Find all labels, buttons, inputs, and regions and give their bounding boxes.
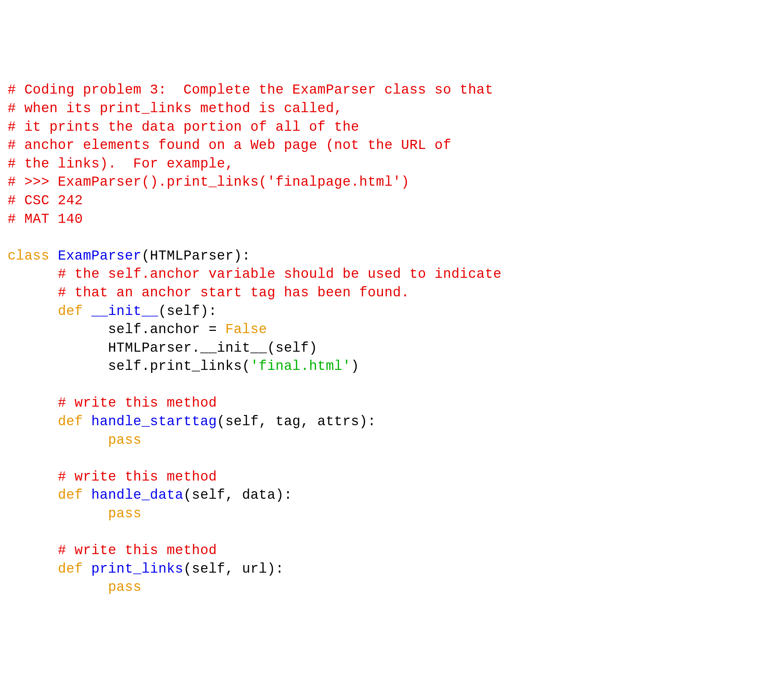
code-token: __init__: [91, 303, 158, 319]
code-line: def __init__(self):: [8, 302, 767, 321]
code-token: pass: [108, 580, 141, 595]
code-line: # it prints the data portion of all of t…: [8, 118, 767, 137]
code-token: [8, 506, 108, 522]
code-token: [8, 487, 58, 503]
code-token: # the self.anchor variable should be use…: [58, 267, 502, 282]
code-token: ExamParser: [58, 248, 142, 264]
code-line: # write this method: [8, 394, 767, 413]
code-token: print_links: [91, 561, 183, 577]
code-line: pass: [8, 505, 767, 523]
code-token: # the links). For example,: [8, 156, 234, 172]
code-token: # write this method: [58, 395, 217, 411]
code-token: pass: [108, 506, 141, 522]
code-token: [8, 303, 58, 319]
code-block: # Coding problem 3: Complete the ExamPar…: [8, 81, 767, 597]
code-token: [8, 285, 58, 300]
code-line: self.anchor = False: [8, 321, 767, 339]
code-token: [8, 395, 58, 411]
code-token: pass: [108, 432, 141, 448]
code-line: # the links). For example,: [8, 155, 767, 173]
code-token: self.anchor =: [8, 322, 225, 337]
code-token: False: [225, 322, 268, 337]
code-line: def print_links(self, url):: [8, 560, 767, 579]
code-token: handle_starttag: [91, 414, 217, 429]
code-token: # anchor elements found on a Web page (n…: [8, 138, 452, 153]
code-line: def handle_starttag(self, tag, attrs):: [8, 413, 767, 431]
code-line: # write this method: [8, 468, 767, 487]
code-line: self.print_links('final.html'): [8, 357, 767, 376]
code-token: # when its print_links method is called,: [8, 101, 343, 117]
code-token: (self, url):: [183, 561, 284, 577]
code-token: def: [58, 487, 91, 503]
code-token: [8, 543, 58, 558]
code-token: [8, 414, 58, 429]
code-token: (self, data):: [183, 487, 292, 503]
code-line: [8, 376, 767, 395]
code-token: [8, 432, 108, 448]
code-line: [8, 523, 767, 542]
code-token: [8, 469, 58, 485]
code-token: # >>> ExamParser().print_links('finalpag…: [8, 174, 409, 190]
code-token: ): [351, 358, 359, 374]
code-line: [8, 228, 767, 247]
code-line: # that an anchor start tag has been foun…: [8, 284, 767, 302]
code-token: [8, 561, 58, 577]
code-line: # MAT 140: [8, 210, 767, 229]
code-line: class ExamParser(HTMLParser):: [8, 247, 767, 266]
code-line: # when its print_links method is called,: [8, 100, 767, 118]
code-token: # write this method: [58, 543, 217, 558]
code-line: [8, 450, 767, 468]
code-line: pass: [8, 578, 767, 597]
code-token: self.print_links(: [8, 358, 250, 374]
code-token: class: [8, 248, 58, 264]
code-line: # write this method: [8, 542, 767, 560]
code-line: pass: [8, 431, 767, 450]
code-token: # it prints the data portion of all of t…: [8, 119, 359, 135]
code-line: # anchor elements found on a Web page (n…: [8, 137, 767, 155]
code-token: # that an anchor start tag has been foun…: [58, 285, 409, 300]
code-token: def: [58, 303, 91, 319]
code-line: # CSC 242: [8, 192, 767, 210]
code-token: (self, tag, attrs):: [217, 414, 376, 429]
code-token: 'final.html': [250, 358, 351, 374]
code-token: def: [58, 561, 91, 577]
code-line: # Coding problem 3: Complete the ExamPar…: [8, 81, 767, 100]
code-line: # the self.anchor variable should be use…: [8, 265, 767, 284]
code-line: # >>> ExamParser().print_links('finalpag…: [8, 173, 767, 192]
code-token: # Coding problem 3: Complete the ExamPar…: [8, 82, 493, 98]
code-token: def: [58, 414, 91, 429]
code-token: # CSC 242: [8, 193, 83, 208]
code-token: HTMLParser.__init__(self): [8, 340, 318, 356]
code-token: [8, 580, 108, 595]
code-token: # MAT 140: [8, 212, 83, 227]
code-token: handle_data: [91, 487, 183, 503]
code-token: # write this method: [58, 469, 217, 485]
code-line: def handle_data(self, data):: [8, 486, 767, 505]
code-token: [8, 267, 58, 282]
code-token: (HTMLParser):: [142, 248, 250, 264]
code-line: HTMLParser.__init__(self): [8, 339, 767, 358]
code-token: (self):: [158, 303, 217, 319]
